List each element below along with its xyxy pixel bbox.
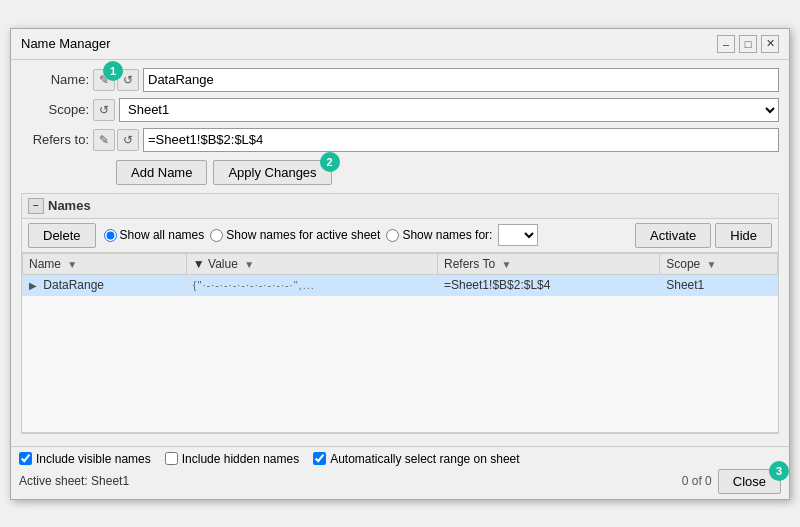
name-label: Name:: [21, 72, 89, 87]
include-hidden-checkbox[interactable]: Include hidden names: [165, 452, 299, 466]
radio-for-input[interactable]: [386, 229, 399, 242]
title-bar-controls: – □ ✕: [717, 35, 779, 53]
refers-to-input[interactable]: [143, 128, 779, 152]
maximize-button[interactable]: □: [739, 35, 757, 53]
radio-names-for[interactable]: Show names for:: [386, 228, 492, 242]
activate-button[interactable]: Activate: [635, 223, 711, 248]
close-area: 0 of 0 Close 3: [682, 469, 781, 494]
refers-to-icons: ✎ ↺: [93, 129, 139, 151]
name-manager-dialog: Name Manager – □ ✕ Name: ✎ 1 ↺ Scope: ↺: [10, 28, 790, 500]
name-filter-icon[interactable]: ▼: [67, 259, 77, 270]
radio-active-label: Show names for active sheet: [226, 228, 380, 242]
radio-active-sheet[interactable]: Show names for active sheet: [210, 228, 380, 242]
delete-button[interactable]: Delete: [28, 223, 96, 248]
apply-badge-wrap: Apply Changes 2: [213, 160, 331, 185]
radio-all-names[interactable]: Show all names: [104, 228, 205, 242]
cell-scope: Sheet1: [660, 274, 778, 295]
auto-select-label: Automatically select range on sheet: [330, 452, 519, 466]
close-badge: 3: [769, 461, 789, 481]
names-for-select[interactable]: [498, 224, 538, 246]
include-visible-label: Include visible names: [36, 452, 151, 466]
name-input[interactable]: [143, 68, 779, 92]
footer: Include visible names Include hidden nam…: [11, 446, 789, 499]
scope-undo-icon[interactable]: ↺: [93, 99, 115, 121]
auto-select-input[interactable]: [313, 452, 326, 465]
action-buttons: Add Name Apply Changes 2: [116, 160, 779, 185]
refers-to-undo-icon[interactable]: ↺: [117, 129, 139, 151]
include-visible-checkbox[interactable]: Include visible names: [19, 452, 151, 466]
cell-value: {"·-·-·-·-·-·-·-·-·-·-·",...: [186, 274, 437, 295]
footer-checkboxes: Include visible names Include hidden nam…: [19, 452, 781, 466]
scope-filter-icon[interactable]: ▼: [707, 259, 717, 270]
refers-to-edit-icon[interactable]: ✎: [93, 129, 115, 151]
refers-to-label: Refers to:: [21, 132, 89, 147]
cell-refers-to: =Sheet1!$B$2:$L$4: [438, 274, 660, 295]
value-display: {"·-·-·-·-·-·-·-·-·-·-·",...: [193, 279, 315, 291]
radio-all-input[interactable]: [104, 229, 117, 242]
minimize-button[interactable]: –: [717, 35, 735, 53]
cell-name: ▶ DataRange: [23, 274, 187, 295]
dialog-body: Name: ✎ 1 ↺ Scope: ↺ Sheet1 Refers to:: [11, 60, 789, 446]
radio-all-label: Show all names: [120, 228, 205, 242]
names-table: Name ▼ ▼ Value ▼ Refers To ▼ Scope ▼: [22, 253, 778, 296]
add-name-button[interactable]: Add Name: [116, 160, 207, 185]
dialog-title: Name Manager: [21, 36, 111, 51]
table-header-row: Name ▼ ▼ Value ▼ Refers To ▼ Scope ▼: [23, 253, 778, 274]
refers-to-row: Refers to: ✎ ↺: [21, 128, 779, 152]
counter-label: 0 of 0: [682, 474, 712, 488]
names-collapse-button[interactable]: −: [28, 198, 44, 214]
names-table-body: ▶ DataRange {"·-·-·-·-·-·-·-·-·-·-·",...…: [23, 274, 778, 295]
name-icons: ✎ 1 ↺: [93, 69, 139, 91]
include-visible-input[interactable]: [19, 452, 32, 465]
names-table-container: Name ▼ ▼ Value ▼ Refers To ▼ Scope ▼: [22, 253, 778, 433]
expand-icon: ▶: [29, 280, 37, 291]
title-bar: Name Manager – □ ✕: [11, 29, 789, 60]
auto-select-checkbox[interactable]: Automatically select range on sheet: [313, 452, 519, 466]
activate-hide-group: Activate Hide: [635, 223, 772, 248]
radio-active-input[interactable]: [210, 229, 223, 242]
apply-changes-button[interactable]: Apply Changes: [213, 160, 331, 185]
close-button[interactable]: ✕: [761, 35, 779, 53]
scope-icons: ↺: [93, 99, 115, 121]
radio-for-label: Show names for:: [402, 228, 492, 242]
include-hidden-input[interactable]: [165, 452, 178, 465]
name-badge: 1: [103, 61, 123, 81]
col-name: Name ▼: [23, 253, 187, 274]
close-badge-wrap: Close 3: [718, 469, 781, 494]
names-section-title: Names: [48, 198, 91, 213]
active-sheet-label: Active sheet: Sheet1: [19, 474, 129, 488]
include-hidden-label: Include hidden names: [182, 452, 299, 466]
col-value: ▼ Value ▼: [186, 253, 437, 274]
apply-badge: 2: [320, 152, 340, 172]
names-section: − Names Delete Show all names Show names…: [21, 193, 779, 434]
col-refers-to: Refers To ▼: [438, 253, 660, 274]
col-scope: Scope ▼: [660, 253, 778, 274]
scope-select[interactable]: Sheet1: [119, 98, 779, 122]
hide-button[interactable]: Hide: [715, 223, 772, 248]
refers-filter-icon[interactable]: ▼: [501, 259, 511, 270]
value-filter-icon[interactable]: ▼: [244, 259, 254, 270]
names-section-header: − Names: [22, 194, 778, 219]
names-toolbar: Delete Show all names Show names for act…: [22, 219, 778, 253]
footer-bottom: Active sheet: Sheet1 0 of 0 Close 3: [19, 469, 781, 494]
name-badge-wrap: ✎ 1: [93, 69, 115, 91]
table-row[interactable]: ▶ DataRange {"·-·-·-·-·-·-·-·-·-·-·",...…: [23, 274, 778, 295]
filter-radio-group: Show all names Show names for active she…: [104, 224, 539, 246]
name-row: Name: ✎ 1 ↺: [21, 68, 779, 92]
scope-row: Scope: ↺ Sheet1: [21, 98, 779, 122]
scope-label: Scope:: [21, 102, 89, 117]
